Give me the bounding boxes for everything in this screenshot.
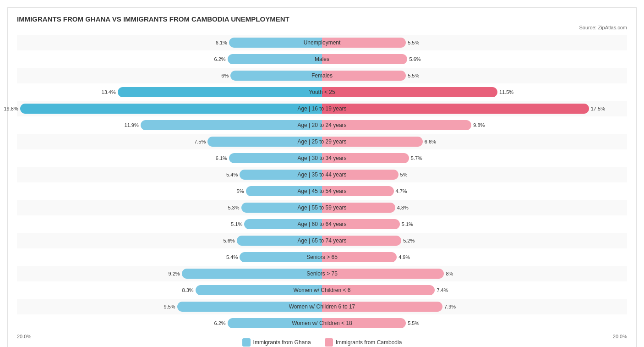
right-side: 5.1% xyxy=(322,216,627,232)
chart-container: IMMIGRANTS FROM GHANA VS IMMIGRANTS FROM… xyxy=(7,7,637,347)
bar-right: 5.5% xyxy=(322,318,406,328)
bar-value-right: 7.9% xyxy=(444,304,456,309)
legend: Immigrants from Ghana Immigrants from Ca… xyxy=(17,338,627,347)
bar-value-right: 5.2% xyxy=(403,238,415,243)
legend-box-right xyxy=(325,338,333,347)
chart-row: 5.3% Age | 55 to 59 years 4.8% xyxy=(17,200,627,215)
left-side: 6.2% xyxy=(17,51,322,67)
chart-row: 8.3% Women w/ Children < 6 7.4% xyxy=(17,282,627,298)
left-side: 5.4% xyxy=(17,249,322,265)
bar-right: 5% xyxy=(322,170,398,180)
bar-right: 5.6% xyxy=(322,54,407,64)
left-side: 5.1% xyxy=(17,216,322,232)
bar-value-left: 8.3% xyxy=(182,287,194,293)
axis-right-label: 20.0% xyxy=(613,334,627,339)
right-side: 5.5% xyxy=(322,35,627,50)
legend-box-left xyxy=(242,338,251,347)
bar-right: 9.8% xyxy=(322,120,471,130)
bar-right: 5.1% xyxy=(322,219,400,229)
bar-left: 9.2% xyxy=(182,269,322,279)
chart-row: 5% Age | 45 to 54 years 4.7% xyxy=(17,183,627,199)
chart-row: 13.4% Youth < 25 11.5% xyxy=(17,84,627,100)
right-side: 8% xyxy=(322,266,627,281)
bar-left: 5.4% xyxy=(240,252,322,262)
bar-value-right: 11.5% xyxy=(499,89,513,95)
bar-left: 6.2% xyxy=(228,54,322,64)
chart-row: 6.2% Women w/ Children < 18 5.5% xyxy=(17,315,627,331)
right-side: 17.5% xyxy=(322,101,627,116)
left-side: 11.9% xyxy=(17,117,322,133)
chart-row: 9.2% Seniors > 75 8% xyxy=(17,266,627,281)
right-side: 4.7% xyxy=(322,183,627,199)
bar-left: 6.1% xyxy=(229,38,322,48)
bar-value-right: 17.5% xyxy=(591,106,605,111)
bar-right: 5.7% xyxy=(322,153,409,163)
bar-left: 19.8% xyxy=(20,104,322,114)
axis-left-label: 20.0% xyxy=(17,334,31,339)
bar-value-left: 6.1% xyxy=(216,155,227,161)
bar-right: 5.5% xyxy=(322,71,406,81)
left-side: 13.4% xyxy=(17,84,322,100)
bar-right: 17.5% xyxy=(322,104,589,114)
bar-left: 6.2% xyxy=(228,318,322,328)
right-side: 5.7% xyxy=(322,150,627,166)
right-side: 6.6% xyxy=(322,134,627,149)
right-side: 7.9% xyxy=(322,299,627,314)
chart-row: 19.8% Age | 16 to 19 years 17.5% xyxy=(17,101,627,116)
bar-value-left: 7.5% xyxy=(194,139,206,144)
bar-left: 8.3% xyxy=(196,285,322,295)
bar-value-left: 6% xyxy=(221,73,229,78)
legend-label-left: Immigrants from Ghana xyxy=(253,339,311,346)
chart-row: 6.1% Age | 30 to 34 years 5.7% xyxy=(17,150,627,166)
bar-left: 5% xyxy=(246,186,322,196)
chart-title: IMMIGRANTS FROM GHANA VS IMMIGRANTS FROM… xyxy=(17,15,627,23)
bar-value-left: 6.1% xyxy=(216,40,227,45)
chart-row: 6% Females 5.5% xyxy=(17,68,627,83)
left-side: 5.6% xyxy=(17,233,322,248)
bar-value-right: 5.7% xyxy=(411,155,422,161)
bar-value-right: 5.6% xyxy=(409,56,420,62)
bar-value-right: 5.1% xyxy=(402,221,413,227)
left-side: 5% xyxy=(17,183,322,199)
left-side: 6.2% xyxy=(17,315,322,331)
right-side: 5.6% xyxy=(322,51,627,67)
left-side: 5.3% xyxy=(17,200,322,215)
chart-row: 6.2% Males 5.6% xyxy=(17,51,627,67)
bar-right: 4.9% xyxy=(322,252,397,262)
bar-value-right: 5.5% xyxy=(408,320,419,326)
right-side: 5.2% xyxy=(322,233,627,248)
chart-row: 11.9% Age | 20 to 24 years 9.8% xyxy=(17,117,627,133)
bar-value-right: 5% xyxy=(400,172,408,177)
bar-left: 5.6% xyxy=(237,236,322,246)
right-side: 4.8% xyxy=(322,200,627,215)
left-side: 9.5% xyxy=(17,299,322,314)
chart-row: 5.1% Age | 60 to 64 years 5.1% xyxy=(17,216,627,232)
bar-right: 5.2% xyxy=(322,236,401,246)
chart-row: 5.4% Seniors > 65 4.9% xyxy=(17,249,627,265)
bar-value-left: 5.4% xyxy=(226,172,238,177)
left-side: 19.8% xyxy=(17,101,322,116)
bar-value-left: 9.5% xyxy=(164,304,175,309)
bar-value-right: 4.8% xyxy=(397,205,409,210)
bar-value-left: 13.4% xyxy=(102,89,116,95)
left-side: 6% xyxy=(17,68,322,83)
left-side: 8.3% xyxy=(17,282,322,298)
bar-value-left: 9.2% xyxy=(169,271,180,276)
right-side: 5% xyxy=(322,167,627,182)
bar-left: 5.3% xyxy=(241,203,322,213)
bar-value-right: 5.5% xyxy=(408,73,419,78)
bar-value-right: 7.4% xyxy=(437,287,448,293)
bar-right: 5.5% xyxy=(322,38,406,48)
bar-right: 4.7% xyxy=(322,186,394,196)
bar-left: 9.5% xyxy=(177,302,322,312)
right-side: 11.5% xyxy=(322,84,627,100)
bar-right: 7.4% xyxy=(322,285,435,295)
bar-left: 11.9% xyxy=(141,120,322,130)
chart-row: 6.1% Unemployment 5.5% xyxy=(17,35,627,50)
bar-value-right: 6.6% xyxy=(425,139,436,144)
bar-value-left: 6.2% xyxy=(214,56,225,62)
bar-left: 13.4% xyxy=(118,87,322,97)
bar-right: 11.5% xyxy=(322,87,497,97)
chart-row: 5.6% Age | 65 to 74 years 5.2% xyxy=(17,233,627,248)
bar-right: 4.8% xyxy=(322,203,395,213)
